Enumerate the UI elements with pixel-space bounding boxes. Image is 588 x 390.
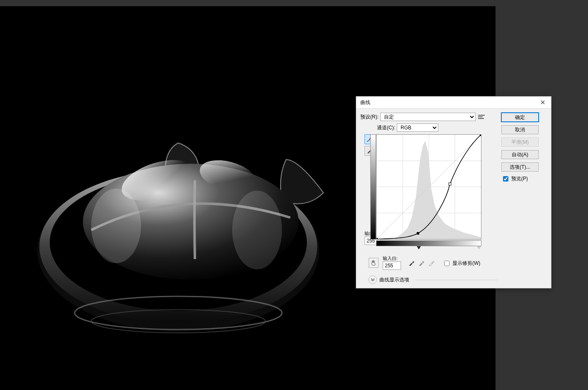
dialog-title: 曲线 bbox=[360, 99, 370, 106]
preview-label: 预览(P) bbox=[511, 175, 528, 182]
divider bbox=[415, 280, 497, 280]
smooth-button: 平滑(M) bbox=[501, 138, 539, 147]
input-gradient[interactable] bbox=[376, 240, 481, 246]
output-gradient bbox=[370, 134, 376, 240]
svg-rect-19 bbox=[449, 183, 451, 185]
show-clipping-label: 显示修剪(W) bbox=[452, 260, 480, 267]
black-point-slider[interactable] bbox=[417, 246, 421, 250]
svg-rect-17 bbox=[377, 238, 378, 239]
auto-button[interactable]: 自动(A) bbox=[501, 150, 539, 159]
preset-menu-icon[interactable] bbox=[478, 114, 485, 120]
close-icon bbox=[541, 100, 545, 104]
preview-row[interactable]: 预览(P) bbox=[501, 175, 547, 183]
svg-point-7 bbox=[232, 191, 282, 269]
close-button[interactable] bbox=[535, 97, 551, 108]
options-button[interactable]: 选项(T)... bbox=[501, 162, 539, 172]
input-label: 输入(I): bbox=[383, 255, 401, 262]
curve-options-label: 曲线显示选项 bbox=[379, 276, 409, 283]
show-clipping-checkbox[interactable] bbox=[444, 261, 450, 266]
eyedropper-icon bbox=[418, 260, 425, 266]
expand-curve-options[interactable] bbox=[369, 276, 377, 284]
white-eyedropper[interactable] bbox=[428, 259, 435, 266]
input-input[interactable] bbox=[383, 262, 401, 270]
svg-point-6 bbox=[91, 189, 141, 263]
svg-rect-18 bbox=[417, 232, 419, 235]
show-clipping-row[interactable]: 显示修剪(W) bbox=[442, 259, 480, 267]
preset-select[interactable]: 自定 bbox=[380, 113, 476, 121]
dialog-titlebar[interactable]: 曲线 bbox=[356, 97, 551, 109]
target-adjust-tool[interactable] bbox=[369, 258, 379, 268]
gray-eyedropper[interactable] bbox=[418, 259, 425, 266]
hand-icon bbox=[370, 259, 377, 266]
eyedropper-icon bbox=[428, 260, 435, 266]
svg-rect-20 bbox=[480, 135, 481, 136]
black-eyedropper[interactable] bbox=[408, 259, 415, 266]
eyedropper-icon bbox=[408, 260, 415, 266]
channel-label: 通道(C): bbox=[377, 124, 395, 131]
preset-label: 预设(R): bbox=[360, 114, 379, 121]
chevron-down-icon bbox=[371, 278, 375, 281]
channel-select[interactable]: RGB bbox=[397, 124, 438, 132]
ok-button[interactable]: 确定 bbox=[501, 113, 539, 122]
workspace-image bbox=[33, 135, 332, 338]
white-point-slider[interactable] bbox=[477, 246, 481, 250]
curves-dialog: 曲线 预设(R): 自定 通道(C): RGB bbox=[356, 96, 552, 288]
curves-graph[interactable] bbox=[376, 134, 481, 240]
preview-checkbox[interactable] bbox=[503, 176, 508, 182]
cancel-button[interactable]: 取消 bbox=[501, 125, 539, 134]
